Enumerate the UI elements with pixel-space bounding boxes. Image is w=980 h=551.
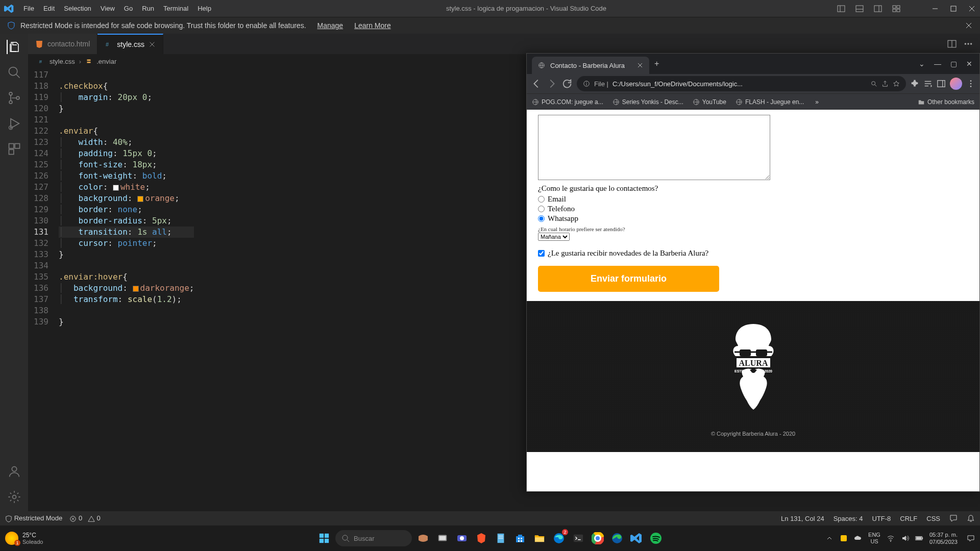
teams-icon[interactable] — [454, 530, 470, 546]
close-tab-icon[interactable] — [149, 41, 156, 48]
feedback-icon[interactable] — [949, 514, 958, 522]
indentation[interactable]: Spaces: 4 — [834, 515, 863, 522]
menu-go[interactable]: Go — [120, 3, 137, 14]
bookmark-item[interactable]: POG.COM: juegue a... — [532, 98, 603, 106]
menu-dots-icon[interactable] — [966, 79, 975, 88]
close-tab-icon[interactable] — [637, 62, 643, 68]
edge-icon[interactable]: 2 — [551, 530, 567, 546]
volume-icon[interactable] — [901, 534, 909, 542]
menu-selection[interactable]: Selection — [60, 3, 95, 14]
radio-whatsapp[interactable] — [538, 215, 545, 222]
submit-button[interactable]: Enviar formulario — [538, 266, 719, 292]
radio-telefono[interactable] — [538, 206, 545, 212]
store-icon[interactable] — [512, 530, 528, 546]
menu-terminal[interactable]: Terminal — [159, 3, 192, 14]
maximize-icon[interactable] — [949, 5, 958, 13]
browser-tab[interactable]: Contacto - Barberia Alura — [532, 57, 649, 74]
code-content[interactable]: .checkbox{│ margin: 20px 0;} .enviar{│ w… — [59, 68, 194, 511]
battery-icon[interactable] — [915, 534, 923, 542]
notifications-icon[interactable] — [967, 534, 975, 542]
task-view-icon[interactable] — [434, 530, 451, 546]
menu-help[interactable]: Help — [193, 3, 215, 14]
layout-primary-icon[interactable] — [837, 5, 845, 13]
language-mode[interactable]: CSS — [926, 515, 940, 522]
menu-edit[interactable]: Edit — [39, 3, 59, 14]
restricted-mode-status[interactable]: Restricted Mode — [5, 514, 62, 522]
problems-status[interactable]: 0 0 — [69, 514, 101, 522]
start-button[interactable] — [316, 530, 332, 546]
bookmark-item[interactable]: YouTube — [693, 98, 726, 106]
notifications-bell-icon[interactable] — [967, 514, 975, 522]
taskbar-search[interactable]: Buscar — [335, 530, 412, 546]
menu-file[interactable]: File — [19, 3, 38, 14]
browser-close-icon[interactable]: ✕ — [966, 60, 972, 68]
settings-gear-icon[interactable] — [7, 490, 21, 504]
menu-view[interactable]: View — [96, 3, 119, 14]
terminal-icon[interactable] — [570, 530, 586, 546]
browser-minimize-icon[interactable]: — — [934, 60, 941, 68]
layout-customize-icon[interactable] — [892, 5, 900, 13]
reload-icon[interactable] — [561, 78, 573, 89]
minimize-icon[interactable] — [931, 5, 939, 13]
manage-link[interactable]: Manage — [317, 21, 344, 30]
bookmark-item[interactable]: FLASH - Juegue en... — [736, 98, 804, 106]
newsletter-checkbox[interactable] — [538, 250, 545, 257]
bookmark-item[interactable]: Series Yonkis - Desc... — [612, 98, 683, 106]
message-textarea[interactable] — [538, 115, 770, 180]
cursor-position[interactable]: Ln 131, Col 24 — [781, 515, 824, 522]
search-icon[interactable] — [7, 65, 21, 80]
browser-maximize-icon[interactable]: ▢ — [950, 60, 957, 68]
browser-chevron-down-icon[interactable]: ⌄ — [919, 60, 925, 68]
onedrive-icon[interactable] — [854, 534, 862, 542]
menu-run[interactable]: Run — [138, 3, 158, 14]
learn-more-link[interactable]: Learn More — [354, 21, 391, 30]
spotify-icon[interactable] — [648, 530, 664, 546]
chrome-icon[interactable] — [590, 530, 606, 546]
new-tab-button[interactable]: + — [654, 59, 659, 68]
other-bookmarks[interactable]: Other bookmarks — [918, 98, 974, 106]
layout-secondary-icon[interactable] — [874, 5, 882, 13]
edge-icon-2[interactable] — [609, 530, 625, 546]
notepad-icon[interactable] — [493, 530, 509, 546]
taskbar-app-1[interactable] — [415, 530, 431, 546]
back-icon[interactable] — [531, 78, 542, 89]
horario-select[interactable]: Mañana — [538, 233, 570, 241]
side-panel-icon[interactable] — [937, 79, 946, 88]
run-debug-icon[interactable] — [7, 116, 21, 131]
source-control-icon[interactable] — [7, 91, 21, 105]
profile-avatar[interactable] — [950, 78, 962, 90]
explorer-icon[interactable] — [7, 40, 21, 54]
vscode-taskbar-icon[interactable] — [628, 530, 645, 546]
search-in-page-icon[interactable] — [870, 80, 877, 87]
radio-email[interactable] — [538, 196, 545, 203]
star-icon[interactable] — [893, 80, 900, 87]
forward-icon[interactable] — [546, 78, 557, 89]
eol[interactable]: CRLF — [900, 515, 917, 522]
tray-chevron-icon[interactable] — [825, 534, 834, 542]
svg-rect-96 — [916, 537, 922, 539]
close-notification-icon[interactable] — [965, 21, 973, 30]
split-editor-icon[interactable] — [947, 39, 957, 48]
weather-widget[interactable]: 25°C Soleado — [5, 532, 43, 545]
layout-panel-icon[interactable] — [855, 5, 864, 13]
extensions-icon[interactable] — [7, 142, 21, 156]
language-indicator[interactable]: ENG US — [868, 532, 880, 545]
tab-contacto-html[interactable]: contacto.html — [28, 34, 97, 54]
file-explorer-icon[interactable] — [531, 530, 548, 546]
brave-icon[interactable] — [473, 530, 489, 546]
tab-label: contacto.html — [47, 40, 90, 48]
reading-list-icon[interactable] — [923, 79, 933, 88]
url-bar[interactable]: File | C:/Users/sun_f/OneDrive/Documents… — [577, 76, 906, 91]
account-icon[interactable] — [7, 464, 21, 479]
statusbar: Restricted Mode 0 0 Ln 131, Col 24 Space… — [0, 511, 980, 525]
encoding[interactable]: UTF-8 — [872, 515, 891, 522]
wifi-icon[interactable] — [887, 534, 895, 542]
clock[interactable]: 05:37 p. m. 07/05/2023 — [929, 531, 958, 546]
more-actions-icon[interactable] — [964, 39, 973, 48]
close-icon[interactable] — [968, 5, 976, 13]
tray-app-icon[interactable] — [840, 534, 848, 542]
bookmarks-overflow[interactable]: » — [815, 98, 819, 106]
tab-style-css[interactable]: # style.css — [97, 34, 163, 54]
share-icon[interactable] — [881, 80, 889, 87]
extensions-puzzle-icon[interactable] — [910, 79, 919, 88]
